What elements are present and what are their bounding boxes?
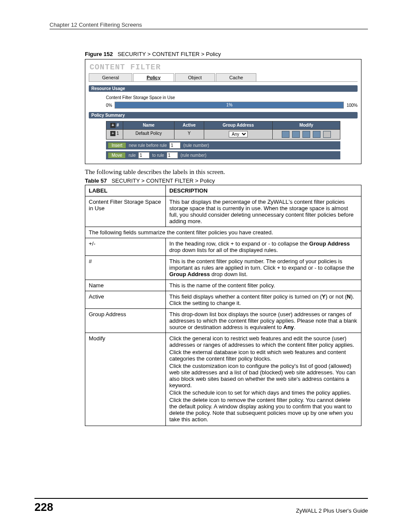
description-cell: Click the general icon to restrict web f… — [166, 333, 361, 426]
figure-number: Figure 152 — [85, 51, 113, 57]
col-modify: Modify — [273, 121, 340, 129]
screenshot-content-filter: CONTENT FILTER General Policy Object Cac… — [85, 59, 361, 164]
move-hint: (rule number) — [181, 153, 206, 158]
table-row: ActiveThis field displays whether a cont… — [85, 291, 361, 309]
move-rule-from-input[interactable] — [138, 152, 149, 159]
table-row: +/-In the heading row, click + to expand… — [85, 238, 361, 256]
usage-label: Content Filter Storage Space in Use — [106, 95, 358, 100]
table-path: SECURITY > CONTENT FILTER > Policy — [112, 177, 215, 184]
table-row: Content Filter Storage Space in UseThis … — [85, 196, 361, 227]
guide-name: ZyWALL 2 Plus User's Guide — [296, 507, 368, 514]
figure-path: SECURITY > CONTENT FILTER > Policy — [118, 51, 221, 57]
schedule-icon[interactable] — [313, 131, 321, 138]
general-icon[interactable] — [282, 131, 290, 138]
intro-text: The following table describes the labels… — [85, 168, 368, 176]
insert-text: new rule before rule — [129, 143, 167, 148]
tab-cache[interactable]: Cache — [216, 73, 256, 81]
move-rule-to-input[interactable] — [167, 152, 178, 159]
move-button[interactable]: Move — [108, 152, 126, 159]
insert-hint: (rule number) — [183, 143, 209, 148]
description-cell: This drop-down list box displays the sou… — [166, 309, 361, 333]
chapter-header: Chapter 12 Content Filtering Screens — [50, 22, 368, 29]
group-address-select[interactable]: Any — [229, 131, 248, 137]
move-row: Move rule to rule (rule number) — [106, 151, 340, 159]
label-cell: Group Address — [85, 309, 166, 333]
label-cell: +/- — [85, 238, 166, 256]
expand-all-button[interactable]: + — [110, 123, 115, 128]
page-number: 228 — [34, 501, 53, 514]
customization-icon[interactable] — [302, 131, 310, 138]
col-name: Name — [123, 121, 174, 129]
row-active-toggle[interactable]: Y — [174, 130, 204, 139]
description-table: LABEL DESCRIPTION Content Filter Storage… — [85, 185, 361, 426]
col-number: # — [117, 123, 119, 128]
usage-progress-bar: 1% — [115, 102, 344, 109]
usage-percent-right: 100% — [346, 103, 358, 108]
table-row: Group AddressThis drop-down list box dis… — [85, 309, 361, 333]
content-filter-title: CONTENT FILTER — [90, 63, 358, 72]
page-footer: 228 ZyWALL 2 Plus User's Guide — [34, 498, 368, 514]
tab-object[interactable]: Object — [175, 73, 215, 81]
move-text1: rule — [128, 153, 136, 158]
insert-button[interactable]: Insert — [108, 142, 126, 149]
usage-percent-left: 0% — [106, 103, 112, 108]
figure-caption: Figure 152 SECURITY > CONTENT FILTER > P… — [85, 51, 368, 57]
table-row: NameThis is the name of the content filt… — [85, 280, 361, 291]
th-description: DESCRIPTION — [166, 185, 361, 196]
description-cell: In the heading row, click + to expand or… — [166, 238, 361, 256]
label-cell: Active — [85, 291, 166, 309]
move-text2: to rule — [152, 153, 164, 158]
table-row: ModifyClick the general icon to restrict… — [85, 333, 361, 426]
tab-policy[interactable]: Policy — [133, 73, 174, 81]
insert-rule-input[interactable] — [169, 142, 181, 149]
table-span-cell: The following fields summarize the conte… — [85, 227, 361, 238]
th-label: LABEL — [85, 185, 166, 196]
tabs-row: General Policy Object Cache — [89, 73, 358, 82]
table-row: The following fields summarize the conte… — [85, 227, 361, 238]
delete-icon[interactable] — [323, 131, 331, 138]
row-name: Default Policy — [123, 130, 174, 139]
table-caption: Table 57 SECURITY > CONTENT FILTER > Pol… — [85, 177, 368, 184]
label-cell: # — [85, 256, 166, 280]
table-number: Table 57 — [85, 177, 107, 184]
description-cell: This is the name of the content filter p… — [166, 280, 361, 291]
tab-general[interactable]: General — [89, 73, 132, 81]
table-row: #This is the content filter policy numbe… — [85, 256, 361, 280]
policy-row: + 1 Default Policy Y Any — [106, 130, 340, 140]
description-cell: This bar displays the percentage of the … — [166, 196, 361, 227]
description-cell: This field displays whether a content fi… — [166, 291, 361, 309]
description-cell: This is the content filter policy number… — [166, 256, 361, 280]
col-active: Active — [174, 121, 204, 129]
expand-row-button[interactable]: + — [110, 131, 115, 136]
policy-summary-bar: Policy Summary — [89, 112, 358, 118]
insert-row: Insert new rule before rule (rule number… — [106, 141, 340, 149]
col-group-address: Group Address — [204, 121, 273, 129]
label-cell: Modify — [85, 333, 166, 426]
label-cell: Content Filter Storage Space in Use — [85, 196, 166, 227]
label-cell: Name — [85, 280, 166, 291]
row-number: 1 — [117, 131, 119, 136]
resource-usage-bar: Resource Usage — [89, 85, 358, 92]
external-db-icon[interactable] — [292, 131, 300, 138]
